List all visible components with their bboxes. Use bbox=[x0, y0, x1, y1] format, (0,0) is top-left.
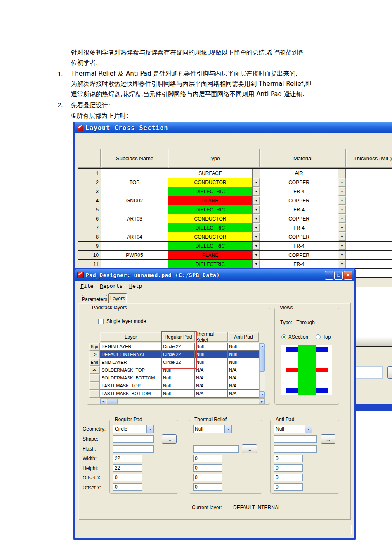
type-cell[interactable]: SURFACE bbox=[168, 169, 253, 178]
layer-cell[interactable]: END LAYER bbox=[100, 358, 162, 366]
dropdown-button[interactable]: ▼ bbox=[253, 205, 260, 214]
type-cell[interactable]: CONDUCTOR bbox=[168, 178, 253, 187]
row-number[interactable]: 7 bbox=[78, 223, 101, 232]
anti-offset-x-field[interactable] bbox=[274, 474, 303, 481]
thermal-relief-cell[interactable]: N/A bbox=[195, 390, 228, 398]
thermal-relief-cell[interactable]: Null bbox=[195, 343, 228, 351]
dropdown-button[interactable]: ▼ bbox=[338, 178, 346, 187]
top-radio[interactable] bbox=[316, 334, 321, 339]
menu-file[interactable]: File bbox=[79, 282, 94, 290]
dropdown-button[interactable]: ▼ bbox=[338, 205, 346, 214]
type-cell[interactable]: CONDUCTOR bbox=[168, 232, 253, 241]
pad-designer-titlebar[interactable]: Pad_Designer: unnamed.pad (C:/SPB_Data) … bbox=[75, 269, 354, 281]
padstack-row-button[interactable] bbox=[89, 390, 100, 398]
maximize-button[interactable]: □ bbox=[334, 271, 343, 280]
minimize-button[interactable]: _ bbox=[325, 271, 333, 280]
thickness-cell[interactable]: 35 bbox=[346, 223, 392, 232]
chevron-down-icon[interactable]: ▼ bbox=[224, 425, 231, 433]
anti-flash-field[interactable] bbox=[274, 445, 317, 453]
dropdown-button[interactable]: ▼ bbox=[253, 223, 260, 232]
regular-offset-x-field[interactable] bbox=[113, 474, 142, 481]
padstack-row[interactable]: PASTEMASK_TOPNullN/AN/A bbox=[100, 382, 259, 390]
dropdown-button[interactable]: ▼ bbox=[253, 196, 260, 205]
regular-pad-cell[interactable]: Circle 22 bbox=[162, 358, 195, 366]
layer-cell[interactable]: SOLDERMASK_TOP bbox=[100, 366, 162, 374]
layer-cell[interactable]: BEGIN LAYER bbox=[100, 343, 162, 351]
dropdown-button[interactable]: ▼ bbox=[338, 242, 346, 250]
padstack-row-button[interactable]: -> bbox=[89, 366, 100, 374]
padstack-vertical-scrollbar[interactable]: ▲ ▼ bbox=[259, 343, 265, 398]
type-cell[interactable]: PLANE bbox=[168, 251, 253, 259]
menu-reports[interactable]: Reports bbox=[99, 282, 124, 290]
regular-geometry-select[interactable]: Circle ▼ bbox=[113, 425, 154, 433]
subclass-name-cell[interactable] bbox=[101, 169, 168, 178]
type-cell[interactable]: DIELECTRIC bbox=[168, 223, 253, 232]
thickness-cell[interactable] bbox=[346, 169, 392, 178]
scroll-right-icon[interactable]: ► bbox=[259, 399, 265, 404]
tab-parameters[interactable]: Parameters bbox=[82, 295, 107, 303]
regular-flash-field[interactable] bbox=[113, 445, 154, 453]
thermal-flash-browse-button[interactable]: ... bbox=[242, 444, 257, 453]
type-cell[interactable]: CONDUCTOR bbox=[168, 214, 253, 223]
regular-pad-cell[interactable]: Null bbox=[162, 390, 195, 398]
layer-cell[interactable]: PASTEMASK_TOP bbox=[100, 382, 162, 390]
padstack-row-button[interactable] bbox=[89, 382, 100, 390]
row-number[interactable]: 11 bbox=[78, 260, 101, 268]
padstack-row[interactable]: PASTEMASK_BOTTOMNullN/AN/A bbox=[100, 390, 259, 398]
xsection-radio[interactable] bbox=[281, 334, 286, 339]
vertical-scroll-thumb[interactable] bbox=[260, 349, 265, 372]
material-cell[interactable]: COPPER bbox=[260, 251, 338, 259]
anti-pad-cell[interactable]: Null bbox=[228, 343, 259, 351]
subclass-name-cell[interactable]: ART03 bbox=[101, 214, 168, 223]
material-cell[interactable]: COPPER bbox=[260, 214, 338, 223]
anti-geometry-select[interactable]: Null ▼ bbox=[274, 425, 312, 433]
row-number[interactable]: 8 bbox=[78, 232, 101, 241]
regular-pad-cell[interactable]: Circle 22 bbox=[162, 343, 195, 351]
padstack-row-button[interactable] bbox=[89, 374, 100, 382]
row-number[interactable]: 6 bbox=[78, 214, 101, 223]
subclass-name-cell[interactable]: ART04 bbox=[101, 232, 168, 241]
thermal-relief-cell[interactable]: Null bbox=[195, 351, 228, 358]
anti-pad-cell[interactable]: Null bbox=[228, 358, 259, 366]
thermal-geometry-select[interactable]: Null ▼ bbox=[193, 425, 232, 433]
dropdown-button[interactable]: ▼ bbox=[338, 251, 346, 259]
thermal-height-field[interactable] bbox=[193, 464, 222, 472]
material-cell[interactable]: COPPER bbox=[260, 196, 338, 205]
subclass-name-cell[interactable]: PWR05 bbox=[101, 251, 168, 259]
dropdown-button[interactable]: ▼ bbox=[338, 187, 346, 196]
dropdown-button[interactable]: ▼ bbox=[338, 223, 346, 232]
row-number[interactable]: 9 bbox=[78, 242, 101, 250]
padstack-row[interactable]: SOLDERMASK_TOPNullN/AN/A bbox=[100, 366, 259, 374]
thickness-cell[interactable]: 4. bbox=[346, 187, 392, 196]
row-number[interactable]: 4 bbox=[78, 196, 101, 205]
thickness-cell[interactable]: 1 bbox=[346, 178, 392, 187]
type-cell[interactable]: DIELECTRIC bbox=[168, 187, 253, 196]
chevron-down-icon[interactable]: ▼ bbox=[146, 425, 153, 433]
padstack-row[interactable]: SOLDERMASK_BOTTOMNullN/AN/A bbox=[100, 374, 259, 382]
regular-width-field[interactable] bbox=[113, 455, 142, 462]
row-number[interactable]: 5 bbox=[78, 205, 101, 214]
anti-pad-cell[interactable]: N/A bbox=[228, 390, 259, 398]
thickness-cell[interactable]: 5. bbox=[346, 242, 392, 250]
thickness-cell[interactable]: 5. bbox=[346, 205, 392, 214]
menu-help[interactable]: Help bbox=[128, 282, 143, 290]
thermal-relief-cell[interactable]: Null bbox=[195, 358, 228, 366]
regular-shape-browse-button[interactable]: ... bbox=[162, 434, 177, 444]
thermal-offset-x-field[interactable] bbox=[193, 474, 222, 481]
material-cell[interactable]: AIR bbox=[260, 169, 338, 178]
thickness-cell[interactable]: 1 bbox=[346, 251, 392, 259]
type-cell[interactable]: DIELECTRIC bbox=[168, 242, 253, 250]
thermal-relief-cell[interactable]: N/A bbox=[195, 374, 228, 382]
cross-section-side-button[interactable] bbox=[387, 366, 392, 379]
material-cell[interactable]: FR-4 bbox=[260, 242, 338, 250]
padstack-row-button[interactable]: End bbox=[89, 358, 100, 366]
dropdown-button[interactable]: ▼ bbox=[253, 214, 260, 223]
dropdown-button[interactable]: ▼ bbox=[253, 260, 260, 268]
layer-cell[interactable]: SOLDERMASK_BOTTOM bbox=[100, 374, 162, 382]
anti-pad-cell[interactable]: N/A bbox=[228, 374, 259, 382]
padstack-row[interactable]: END LAYERCircle 22NullNull bbox=[100, 358, 259, 366]
chevron-down-icon[interactable]: ▼ bbox=[305, 425, 312, 433]
subclass-name-cell[interactable]: GND02 bbox=[101, 196, 168, 205]
padstack-row[interactable]: DEFAULT INTERNALCircle 22NullNull bbox=[100, 351, 259, 358]
dropdown-button[interactable]: ▼ bbox=[338, 260, 346, 268]
